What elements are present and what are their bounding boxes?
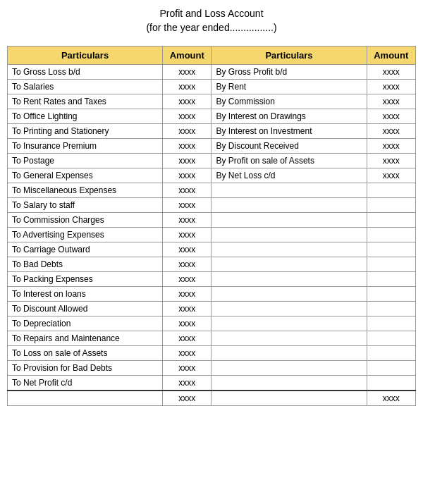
left-particular: To Miscellaneous Expenses [8,183,163,198]
right-amount [367,228,416,242]
right-particular [212,331,367,346]
right-particular: By Commission [212,94,367,109]
table-row: To Bad Debtsxxxx [8,257,416,272]
table-row: To Gross Loss b/dxxxxBy Gross Profit b/d… [8,65,416,80]
left-amount: xxxx [163,154,212,168]
left-particular: To General Expenses [8,168,163,183]
right-amount [367,316,416,331]
profit-loss-table: Particulars Amount Particulars Amount To… [7,46,416,406]
left-particular: To Net Profit c/d [8,376,163,391]
left-amount: xxxx [163,242,212,257]
right-particular [212,183,367,198]
right-amount: xxxx [367,154,416,168]
left-amount: xxxx [163,316,212,331]
right-amount [367,242,416,257]
right-particular: By Net Loss c/d [212,168,367,183]
title-line1: Profit and Loss Account [7,7,416,21]
left-amount: xxxx [163,302,212,316]
left-particular: To Discount Allowed [8,302,163,316]
right-particular [212,361,367,376]
page-container: Profit and Loss Account (for the year en… [7,7,416,406]
table-row: To Loss on sale of Assetsxxxx [8,346,416,361]
left-amount: xxxx [163,139,212,154]
right-amount [367,272,416,287]
right-particular [212,346,367,361]
table-row: To Discount Allowedxxxx [8,302,416,316]
title-line2: (for the year ended................) [7,21,416,35]
left-amount: xxxx [163,183,212,198]
right-amount: xxxx [367,168,416,183]
right-particular [212,287,367,302]
right-amount: xxxx [367,65,416,80]
table-row: To Repairs and Maintenancexxxx [8,331,416,346]
table-row: To Net Profit c/dxxxx [8,376,416,391]
table-row: To Commission Chargesxxxx [8,213,416,228]
right-amount [367,376,416,391]
left-particular: To Gross Loss b/d [8,65,163,80]
right-amount [367,361,416,376]
right-particular: By Discount Received [212,139,367,154]
right-particular [212,316,367,331]
right-amount [367,213,416,228]
table-row: To Advertising Expensesxxxx [8,228,416,242]
right-particular: By Interest on Drawings [212,109,367,124]
table-row: To General ExpensesxxxxBy Net Loss c/dxx… [8,168,416,183]
table-row: To Provision for Bad Debtsxxxx [8,361,416,376]
left-amount: xxxx [163,109,212,124]
right-amount: xxxx [367,391,416,406]
header-particulars-right: Particulars [212,47,367,65]
right-particular [212,391,367,406]
left-particular: To Office Lighting [8,109,163,124]
right-amount: xxxx [367,80,416,94]
right-amount: xxxx [367,109,416,124]
left-particular: To Insurance Premium [8,139,163,154]
left-particular: To Advertising Expenses [8,228,163,242]
right-amount: xxxx [367,124,416,139]
right-particular [212,213,367,228]
left-amount: xxxx [163,376,212,391]
left-amount: xxxx [163,198,212,213]
left-particular: To Interest on loans [8,287,163,302]
right-amount [367,287,416,302]
table-row: To Interest on loansxxxx [8,287,416,302]
left-amount: xxxx [163,80,212,94]
left-particular [8,391,163,406]
left-amount: xxxx [163,124,212,139]
left-particular: To Rent Rates and Taxes [8,94,163,109]
table-row: To Office LightingxxxxBy Interest on Dra… [8,109,416,124]
right-amount [367,302,416,316]
right-amount [367,183,416,198]
right-amount [367,198,416,213]
table-row: To Depreciationxxxx [8,316,416,331]
left-amount: xxxx [163,346,212,361]
right-particular: By Gross Profit b/d [212,65,367,80]
right-amount: xxxx [367,94,416,109]
right-particular: By Rent [212,80,367,94]
right-amount [367,331,416,346]
table-row: To Packing Expensesxxxx [8,272,416,287]
header-amount-left: Amount [163,47,212,65]
left-amount: xxxx [163,272,212,287]
left-amount: xxxx [163,94,212,109]
table-row: To SalariesxxxxBy Rentxxxx [8,80,416,94]
left-amount: xxxx [163,228,212,242]
left-amount: xxxx [163,391,212,406]
right-particular [212,228,367,242]
right-particular: By Interest on Investment [212,124,367,139]
right-particular [212,376,367,391]
left-amount: xxxx [163,168,212,183]
table-row: To Miscellaneous Expensesxxxx [8,183,416,198]
table-row: To PostagexxxxBy Profit on sale of Asset… [8,154,416,168]
table-row: xxxxxxxx [8,391,416,406]
table-row: To Rent Rates and TaxesxxxxBy Commission… [8,94,416,109]
right-particular [212,242,367,257]
right-particular [212,257,367,272]
left-amount: xxxx [163,287,212,302]
left-particular: To Packing Expenses [8,272,163,287]
header-amount-right: Amount [367,47,416,65]
right-amount [367,346,416,361]
header-particulars-left: Particulars [8,47,163,65]
left-particular: To Loss on sale of Assets [8,346,163,361]
left-particular: To Repairs and Maintenance [8,331,163,346]
left-amount: xxxx [163,65,212,80]
